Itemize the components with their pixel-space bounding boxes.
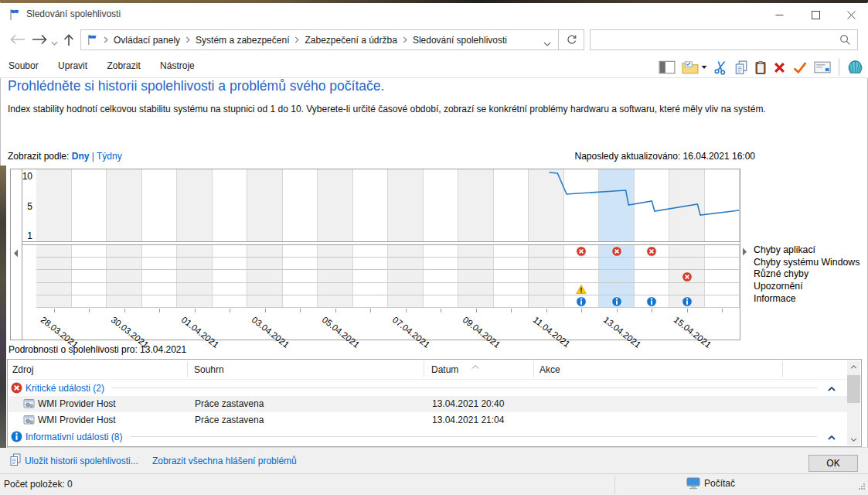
- computer-label: Počítač: [704, 478, 735, 489]
- copy-button[interactable]: [734, 60, 748, 75]
- chart-scroll-right-button[interactable]: [742, 248, 747, 258]
- column-header-action[interactable]: Akce: [540, 364, 560, 375]
- table-header: Zdroj Souhrn Datum Akce: [8, 360, 861, 380]
- info-icon[interactable]: [646, 296, 657, 307]
- reliability-details-table: Zdroj Souhrn Datum Akce Kritické událost…: [7, 359, 862, 447]
- group-row-informational-events[interactable]: Informativní události (8): [9, 428, 848, 445]
- triangle-left-icon: [13, 249, 19, 258]
- menu-edit[interactable]: Upravit: [49, 54, 96, 71]
- view-by-days-link[interactable]: Dny: [72, 151, 90, 162]
- computer-icon: [686, 477, 700, 490]
- info-icon[interactable]: [682, 296, 693, 307]
- breadcrumb-item-system-security[interactable]: Systém a zabezpečení: [196, 35, 289, 46]
- breadcrumb-dropdown-button[interactable]: [543, 38, 551, 49]
- x-tick: [89, 309, 90, 312]
- x-tick: [300, 309, 301, 312]
- application-icon: [23, 414, 36, 426]
- group-label[interactable]: Kritické události (2): [26, 383, 104, 394]
- forward-button[interactable]: [31, 34, 48, 47]
- chart-scroll-left-button[interactable]: [11, 169, 22, 340]
- history-dropdown-button[interactable]: [51, 37, 58, 48]
- x-tick: [370, 309, 371, 312]
- x-tick: [159, 309, 160, 312]
- item-count-label: Počet položek: 0: [4, 479, 73, 490]
- up-button[interactable]: [63, 34, 74, 49]
- y-tick-10: 10: [14, 171, 32, 182]
- error-icon[interactable]: [576, 246, 587, 257]
- export-list-folder-icon: [682, 60, 699, 74]
- legend-application-failures: Chyby aplikací: [754, 244, 859, 257]
- ok-button[interactable]: OK: [808, 455, 858, 472]
- view-all-problem-reports-link[interactable]: Zobrazit všechna hlášení problémů: [152, 456, 297, 466]
- toolbar: [659, 57, 863, 77]
- column-header-date[interactable]: Datum: [431, 364, 458, 375]
- menu-view[interactable]: Zobrazit: [98, 54, 148, 71]
- search-icon[interactable]: [839, 34, 851, 48]
- collapse-chevron-icon[interactable]: [828, 383, 836, 394]
- toolbar-separator: [839, 59, 839, 76]
- group-row-critical-events[interactable]: Kritické události (2): [9, 380, 848, 396]
- x-tick: [722, 309, 723, 312]
- group-label[interactable]: Informativní události (8): [26, 432, 122, 442]
- table-row[interactable]: WMI Provider Host Práce zastavena 13.04.…: [9, 396, 848, 412]
- properties-button[interactable]: [814, 61, 831, 73]
- breadcrumb-item-reliability-monitor[interactable]: Sledování spolehlivosti: [413, 35, 507, 46]
- info-icon[interactable]: [611, 296, 622, 307]
- warning-icon[interactable]: [576, 284, 587, 295]
- vertical-scrollbar[interactable]: [847, 360, 860, 446]
- error-icon[interactable]: [611, 246, 622, 257]
- breadcrumb-item-security-maintenance[interactable]: Zabezpečení a údržba: [305, 35, 397, 46]
- refresh-button[interactable]: [558, 29, 584, 50]
- x-tick: [265, 309, 266, 312]
- maximize-icon: [812, 11, 820, 19]
- x-tick: [335, 309, 336, 312]
- properties-icon: [814, 61, 831, 73]
- view-by-weeks-link[interactable]: Týdny: [97, 151, 122, 162]
- console-tree-toggle-button[interactable]: [659, 60, 676, 74]
- help-button[interactable]: [847, 60, 863, 76]
- paste-button[interactable]: [754, 60, 767, 75]
- page-description: Index stability hodnotí celkovou stabili…: [8, 104, 858, 114]
- statusbar-divider: [614, 476, 615, 494]
- titlebar: Sledování spolehlivosti: [0, 3, 868, 26]
- cut-button[interactable]: [713, 60, 728, 75]
- search-input[interactable]: [594, 32, 836, 49]
- info-icon[interactable]: [576, 296, 587, 307]
- sort-ascending-icon: [471, 360, 479, 371]
- last-updated-label: Naposledy aktualizováno: 16.04.2021 16:0…: [574, 151, 755, 162]
- column-header-source[interactable]: Zdroj: [12, 364, 33, 375]
- reliability-chart: 10 5 1 28.03.202130.03.202101.04.202103.…: [10, 169, 740, 340]
- minimize-button[interactable]: [766, 5, 792, 24]
- chevron-down-icon: [701, 65, 707, 70]
- delete-x-icon: [773, 61, 786, 74]
- scroll-up-button[interactable]: [847, 360, 860, 373]
- group-rule: [130, 436, 817, 437]
- check-button[interactable]: [792, 61, 808, 74]
- column-header-summary[interactable]: Souhrn: [194, 364, 224, 375]
- scroll-down-button[interactable]: [847, 433, 860, 446]
- error-icon[interactable]: [646, 246, 657, 257]
- close-button[interactable]: [838, 5, 864, 24]
- grid-row-line: [36, 307, 740, 308]
- grid-row-line: [36, 257, 740, 258]
- breadcrumb-flag-icon: [87, 34, 98, 46]
- table-row[interactable]: WMI Provider Host Práce zastavena 13.04.…: [9, 412, 848, 428]
- navigation-bar: Ovládací panely Systém a zabezpečení Zab…: [0, 26, 868, 55]
- save-reliability-history-link[interactable]: Uložit historii spolehlivosti...: [25, 456, 138, 466]
- menu-tools[interactable]: Nástroje: [151, 54, 203, 71]
- minimize-icon: [775, 11, 784, 19]
- resize-grip[interactable]: [858, 482, 866, 493]
- group-rule: [112, 387, 817, 388]
- scrollbar-thumb[interactable]: [847, 375, 860, 403]
- maximize-button[interactable]: [802, 5, 829, 24]
- breadcrumb-item-control-panel[interactable]: Ovládací panely: [114, 35, 180, 46]
- error-icon[interactable]: [682, 271, 693, 282]
- cell-summary: Práce zastavena: [195, 398, 264, 409]
- back-button[interactable]: [9, 34, 26, 47]
- chevron-right-icon: [104, 36, 108, 43]
- export-list-button[interactable]: [682, 60, 707, 74]
- menu-file[interactable]: Soubor: [0, 54, 47, 71]
- collapse-chevron-icon[interactable]: [828, 432, 836, 442]
- x-tick: [230, 309, 230, 312]
- delete-button[interactable]: [773, 61, 786, 74]
